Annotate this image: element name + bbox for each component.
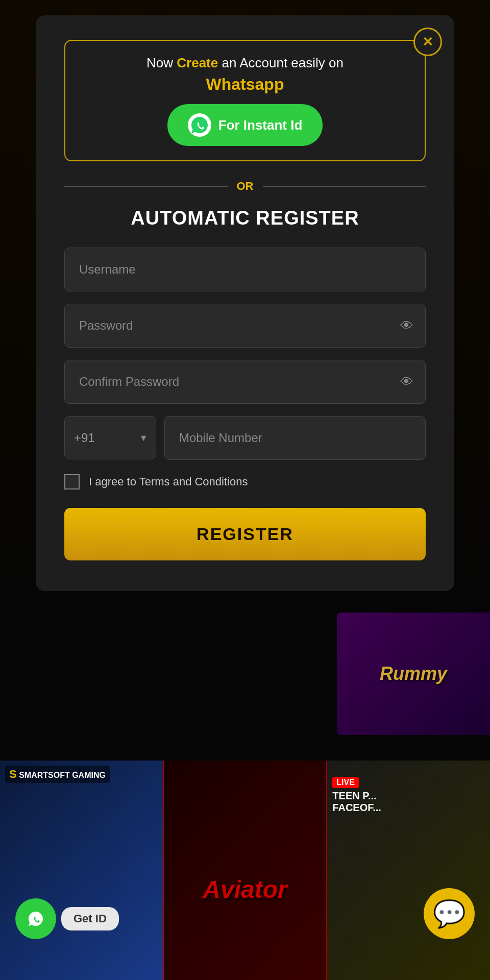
or-divider: OR — [64, 180, 426, 193]
rummy-game-card[interactable]: Rummy — [337, 612, 490, 735]
username-group — [64, 248, 426, 291]
bottom-game-cards: S SMARTSOFT GAMING Aviator LIVE TEEN P..… — [0, 761, 490, 980]
chatbot-float-button[interactable]: 💬 — [424, 888, 475, 939]
country-code-wrap: +91 +1 +44 ▼ — [64, 416, 156, 460]
whatsapp-float-icon — [15, 898, 56, 939]
whatsapp-intro-text: Now Create an Account easily on — [78, 55, 412, 71]
chat-icon: 💬 — [433, 898, 466, 929]
confirm-password-group: 👁 — [64, 360, 426, 404]
modal-wrap: ✕ Now Create an Account easily on Whatsa… — [0, 0, 490, 591]
phone-row: +91 +1 +44 ▼ — [64, 416, 426, 460]
smartsoft-card[interactable]: S SMARTSOFT GAMING — [0, 761, 163, 980]
aviator-card[interactable]: Aviator — [163, 761, 328, 980]
rummy-label: Rummy — [380, 663, 447, 684]
register-modal: ✕ Now Create an Account easily on Whatsa… — [36, 15, 454, 591]
mobile-number-input[interactable] — [164, 416, 426, 460]
register-button[interactable]: REGISTER — [64, 508, 426, 560]
whatsapp-btn-label: For Instant Id — [218, 117, 303, 133]
password-group: 👁 — [64, 304, 426, 348]
password-input[interactable] — [64, 304, 426, 348]
aviator-label: Aviator — [203, 875, 287, 903]
intro-prefix: Now — [146, 55, 173, 70]
divider-line-right — [263, 186, 426, 187]
terms-row: I agree to Terms and Conditions — [64, 474, 426, 489]
close-button[interactable]: ✕ — [413, 28, 442, 56]
teenpatti-card[interactable]: LIVE TEEN P... FACEOF... — [327, 761, 490, 980]
whatsapp-name-text: Whatsapp — [78, 75, 412, 94]
password-toggle-icon[interactable]: 👁 — [400, 318, 413, 334]
username-input[interactable] — [64, 248, 426, 291]
smartsoft-label: S SMARTSOFT GAMING — [5, 766, 110, 783]
close-icon: ✕ — [422, 34, 433, 50]
divider-line-left — [64, 186, 228, 187]
terms-label: I agree to Terms and Conditions — [89, 475, 248, 488]
country-code-select[interactable]: +91 +1 +44 — [64, 416, 156, 459]
teenpatti-name: TEEN P... — [332, 790, 376, 801]
whatsapp-logo-icon — [188, 113, 211, 137]
or-text: OR — [237, 180, 254, 193]
confirm-password-toggle-icon[interactable]: 👁 — [400, 374, 413, 390]
get-id-label: Get ID — [61, 907, 119, 930]
terms-checkbox[interactable] — [64, 474, 80, 489]
live-badge: LIVE — [332, 777, 359, 788]
section-title: AUTOMATIC REGISTER — [64, 207, 426, 229]
faceoff-name: FACEOF... — [332, 802, 381, 813]
teenpatti-label: LIVE TEEN P... FACEOF... — [332, 776, 381, 814]
confirm-password-input[interactable] — [64, 360, 426, 404]
smartsoft-text: SMARTSOFT GAMING — [19, 771, 106, 779]
whatsapp-float-button[interactable]: Get ID — [15, 898, 119, 939]
intro-highlight: Create — [177, 55, 218, 70]
smartsoft-icon: S — [9, 768, 17, 780]
whatsapp-box: Now Create an Account easily on Whatsapp… — [64, 40, 426, 161]
whatsapp-instant-id-button[interactable]: For Instant Id — [167, 104, 323, 146]
intro-suffix: an Account easily on — [222, 55, 344, 70]
